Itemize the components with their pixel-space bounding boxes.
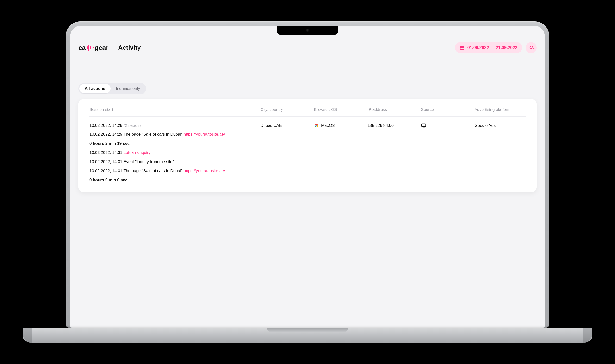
activity-duration-1: 0 hours 2 min 19 sec — [89, 141, 526, 146]
col-city-country: City, country — [260, 107, 312, 112]
activity-enquiry-label[interactable]: Left an enquiry — [122, 150, 151, 155]
col-source: Source — [421, 107, 472, 112]
table-header: Session start City, country Browser, OS … — [89, 107, 526, 117]
svg-point-4 — [316, 125, 317, 126]
activity-duration-2: 0 hours 0 min 0 sec — [89, 178, 526, 182]
session-pages-note: (2 pages) — [124, 123, 141, 128]
activity-card: Session start City, country Browser, OS … — [78, 99, 537, 192]
screen-notch — [277, 26, 338, 35]
activity-line-page-1: 10.02.2022, 14:29 The page "Sale of cars… — [89, 132, 526, 137]
base-edge-right — [583, 327, 592, 343]
tab-inquiries-only[interactable]: Inquiries only — [111, 84, 145, 93]
tab-all-actions[interactable]: All actions — [79, 84, 111, 93]
base-lip — [267, 327, 348, 332]
table-row[interactable]: 10.02.2022, 14:29 (2 pages) Dubai, UAE — [89, 117, 526, 131]
svg-rect-5 — [422, 124, 426, 126]
cell-ad-platform: Google Ads — [474, 123, 526, 128]
os-label: MacOS — [321, 123, 335, 128]
col-ad-platform: Advertising platform — [474, 107, 526, 112]
activity-line-event: 10.02.2022, 14:31 Event "Inquiry from th… — [89, 159, 526, 164]
base-edge-left — [23, 327, 32, 343]
date-range-label: 01.09.2022 — 21.09.2022 — [467, 45, 517, 50]
chrome-icon — [314, 123, 319, 128]
vertical-divider — [113, 43, 113, 52]
cell-city: Dubai, UAE — [260, 123, 312, 128]
export-button[interactable] — [526, 42, 537, 53]
logo-text-1: ca — [78, 44, 85, 52]
topbar: ca · gear Activity — [78, 39, 537, 56]
cell-browser-os: MacOS — [314, 123, 365, 128]
cell-ip: 185.229.84.66 — [367, 123, 419, 128]
col-ip-address: IP address — [367, 107, 419, 112]
desktop-icon — [421, 123, 426, 128]
cell-source — [421, 123, 472, 128]
tabs-row: All actions Inquiries only — [78, 83, 537, 94]
activity-line-enquiry: 10.02.2022, 14:31 Left an enquiry — [89, 150, 526, 155]
page-title: Activity — [118, 44, 141, 51]
tabs: All actions Inquiries only — [78, 83, 146, 94]
session-time: 10.02.2022, 14:29 — [89, 123, 122, 128]
col-browser-os: Browser, OS — [314, 107, 365, 112]
date-range-picker[interactable]: 01.09.2022 — 21.09.2022 — [455, 42, 522, 53]
laptop-mockup: ca · gear Activity — [23, 21, 592, 343]
activity-link[interactable]: https://yourautosite.ae/ — [184, 169, 225, 173]
app-root: ca · gear Activity — [70, 26, 545, 327]
svg-rect-0 — [460, 46, 464, 50]
upload-cloud-icon — [529, 45, 534, 51]
activity-link[interactable]: https://yourautosite.ae/ — [184, 132, 225, 137]
screen: ca · gear Activity — [70, 26, 545, 327]
top-actions: 01.09.2022 — 21.09.2022 — [455, 42, 537, 53]
laptop-base — [23, 327, 592, 343]
camera-icon — [306, 29, 309, 31]
cell-session-start: 10.02.2022, 14:29 (2 pages) — [89, 123, 258, 128]
brand-logo[interactable]: ca · gear — [78, 44, 108, 52]
logo-text-2: gear — [95, 44, 108, 52]
activity-line-page-2: 10.02.2022, 14:31 The page "Sale of cars… — [89, 169, 526, 173]
laptop-body: ca · gear Activity — [66, 21, 549, 327]
brand-area: ca · gear Activity — [78, 43, 141, 52]
activity-list: 10.02.2022, 14:29 The page "Sale of cars… — [89, 131, 526, 182]
logo-bars-icon — [86, 45, 91, 51]
col-session-start: Session start — [89, 107, 258, 112]
logo-dot-icon: · — [92, 44, 94, 52]
calendar-icon — [460, 45, 464, 50]
